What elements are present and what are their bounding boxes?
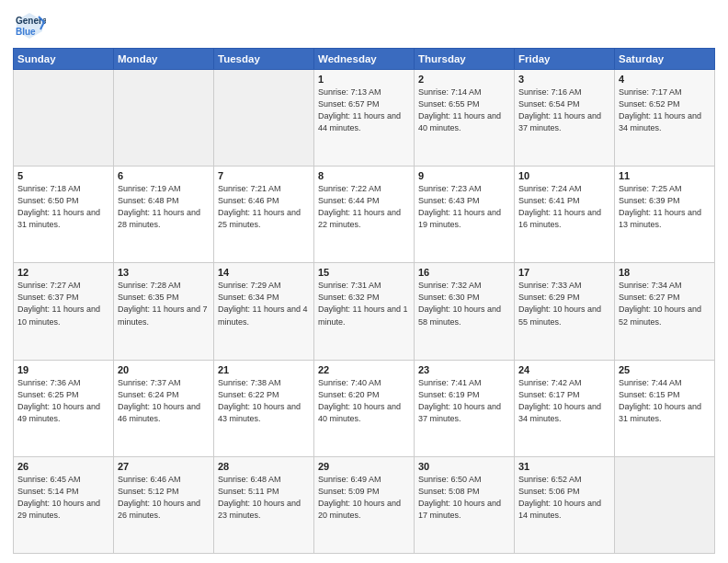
calendar-cell [615,456,715,553]
day-number: 28 [218,461,310,472]
day-number: 10 [518,170,610,181]
calendar-cell: 9Sunrise: 7:23 AMSunset: 6:43 PMDaylight… [415,167,515,263]
day-number: 20 [118,364,210,375]
svg-text:Blue: Blue [16,27,36,37]
week-row-3: 19Sunrise: 7:36 AMSunset: 6:25 PMDayligh… [14,360,715,456]
calendar-cell: 16Sunrise: 7:32 AMSunset: 6:30 PMDayligh… [415,263,515,360]
day-info: Sunrise: 7:34 AMSunset: 6:27 PMDaylight:… [619,281,701,326]
day-number: 15 [318,267,410,278]
calendar-cell: 30Sunrise: 6:50 AMSunset: 5:08 PMDayligh… [415,456,515,553]
calendar-cell: 5Sunrise: 7:18 AMSunset: 6:50 PMDaylight… [14,167,114,263]
day-info: Sunrise: 7:42 AMSunset: 6:17 PMDaylight:… [518,378,601,423]
day-number: 5 [17,170,109,181]
calendar-cell: 7Sunrise: 7:21 AMSunset: 6:46 PMDaylight… [214,167,314,263]
day-info: Sunrise: 7:23 AMSunset: 6:43 PMDaylight:… [418,184,501,229]
calendar-cell [214,70,314,167]
calendar-cell: 13Sunrise: 7:28 AMSunset: 6:35 PMDayligh… [114,263,214,360]
calendar-cell: 28Sunrise: 6:48 AMSunset: 5:11 PMDayligh… [214,456,314,553]
day-number: 7 [218,170,310,181]
day-number: 12 [17,267,109,278]
day-info: Sunrise: 6:48 AMSunset: 5:11 PMDaylight:… [218,475,301,520]
week-row-4: 26Sunrise: 6:45 AMSunset: 5:14 PMDayligh… [14,456,715,553]
day-number: 11 [619,170,711,181]
calendar-cell: 20Sunrise: 7:37 AMSunset: 6:24 PMDayligh… [114,360,214,456]
day-number: 6 [118,170,210,181]
day-number: 21 [218,364,310,375]
day-number: 29 [318,461,410,472]
calendar-cell: 3Sunrise: 7:16 AMSunset: 6:54 PMDaylight… [515,70,615,167]
page: General Blue SundayMondayTuesdayWednesda… [0,0,728,563]
calendar-cell: 4Sunrise: 7:17 AMSunset: 6:52 PMDaylight… [615,70,715,167]
day-info: Sunrise: 7:44 AMSunset: 6:15 PMDaylight:… [619,378,701,423]
day-info: Sunrise: 7:31 AMSunset: 6:32 PMDaylight:… [318,281,408,326]
calendar-cell: 18Sunrise: 7:34 AMSunset: 6:27 PMDayligh… [615,263,715,360]
weekday-header-row: SundayMondayTuesdayWednesdayThursdayFrid… [14,49,715,70]
calendar-cell: 23Sunrise: 7:41 AMSunset: 6:19 PMDayligh… [415,360,515,456]
calendar-cell: 15Sunrise: 7:31 AMSunset: 6:32 PMDayligh… [314,263,415,360]
logo-svg: General Blue [13,9,46,42]
day-number: 31 [518,461,610,472]
day-info: Sunrise: 7:25 AMSunset: 6:39 PMDaylight:… [619,184,701,229]
day-info: Sunrise: 7:38 AMSunset: 6:22 PMDaylight:… [218,378,301,423]
day-number: 13 [118,267,210,278]
week-row-2: 12Sunrise: 7:27 AMSunset: 6:37 PMDayligh… [14,263,715,360]
day-info: Sunrise: 6:52 AMSunset: 5:06 PMDaylight:… [518,475,601,520]
calendar-cell: 19Sunrise: 7:36 AMSunset: 6:25 PMDayligh… [14,360,114,456]
day-info: Sunrise: 7:36 AMSunset: 6:25 PMDaylight:… [17,378,100,423]
calendar-cell: 6Sunrise: 7:19 AMSunset: 6:48 PMDaylight… [114,167,214,263]
weekday-header-thursday: Thursday [415,49,515,70]
day-info: Sunrise: 7:16 AMSunset: 6:54 PMDaylight:… [518,87,601,132]
day-info: Sunrise: 6:46 AMSunset: 5:12 PMDaylight:… [118,475,200,520]
day-number: 25 [619,364,711,375]
day-number: 22 [318,364,410,375]
day-number: 27 [118,461,210,472]
calendar-cell: 24Sunrise: 7:42 AMSunset: 6:17 PMDayligh… [515,360,615,456]
calendar-cell: 25Sunrise: 7:44 AMSunset: 6:15 PMDayligh… [615,360,715,456]
day-number: 8 [318,170,410,181]
day-info: Sunrise: 7:24 AMSunset: 6:41 PMDaylight:… [518,184,601,229]
calendar-cell: 27Sunrise: 6:46 AMSunset: 5:12 PMDayligh… [114,456,214,553]
day-info: Sunrise: 7:21 AMSunset: 6:46 PMDaylight:… [218,184,301,229]
header: General Blue [13,9,715,42]
calendar-table: SundayMondayTuesdayWednesdayThursdayFrid… [13,48,715,554]
day-number: 16 [418,267,510,278]
day-info: Sunrise: 7:41 AMSunset: 6:19 PMDaylight:… [418,378,501,423]
calendar-cell [114,70,214,167]
day-number: 14 [218,267,310,278]
calendar-cell: 12Sunrise: 7:27 AMSunset: 6:37 PMDayligh… [14,263,114,360]
day-number: 18 [619,267,711,278]
day-number: 3 [518,74,610,85]
day-info: Sunrise: 7:17 AMSunset: 6:52 PMDaylight:… [619,87,701,132]
calendar-cell: 22Sunrise: 7:40 AMSunset: 6:20 PMDayligh… [314,360,415,456]
week-row-1: 5Sunrise: 7:18 AMSunset: 6:50 PMDaylight… [14,167,715,263]
calendar-cell: 1Sunrise: 7:13 AMSunset: 6:57 PMDaylight… [314,70,415,167]
day-info: Sunrise: 7:18 AMSunset: 6:50 PMDaylight:… [17,184,100,229]
day-number: 30 [418,461,510,472]
calendar-cell [14,70,114,167]
calendar-cell: 2Sunrise: 7:14 AMSunset: 6:55 PMDaylight… [415,70,515,167]
day-number: 24 [518,364,610,375]
calendar-cell: 31Sunrise: 6:52 AMSunset: 5:06 PMDayligh… [515,456,615,553]
day-number: 1 [318,74,410,85]
day-info: Sunrise: 6:49 AMSunset: 5:09 PMDaylight:… [318,475,401,520]
day-number: 4 [619,74,711,85]
day-info: Sunrise: 7:29 AMSunset: 6:34 PMDaylight:… [218,281,308,326]
weekday-header-saturday: Saturday [615,49,715,70]
day-number: 23 [418,364,510,375]
day-info: Sunrise: 7:32 AMSunset: 6:30 PMDaylight:… [418,281,501,326]
day-number: 17 [518,267,610,278]
day-info: Sunrise: 7:14 AMSunset: 6:55 PMDaylight:… [418,87,501,132]
weekday-header-friday: Friday [515,49,615,70]
calendar-cell: 14Sunrise: 7:29 AMSunset: 6:34 PMDayligh… [214,263,314,360]
day-info: Sunrise: 7:19 AMSunset: 6:48 PMDaylight:… [118,184,200,229]
day-info: Sunrise: 7:40 AMSunset: 6:20 PMDaylight:… [318,378,401,423]
day-info: Sunrise: 7:27 AMSunset: 6:37 PMDaylight:… [17,281,100,326]
day-info: Sunrise: 7:22 AMSunset: 6:44 PMDaylight:… [318,184,401,229]
calendar-cell: 21Sunrise: 7:38 AMSunset: 6:22 PMDayligh… [214,360,314,456]
day-number: 9 [418,170,510,181]
day-info: Sunrise: 7:37 AMSunset: 6:24 PMDaylight:… [118,378,200,423]
calendar-cell: 11Sunrise: 7:25 AMSunset: 6:39 PMDayligh… [615,167,715,263]
weekday-header-sunday: Sunday [14,49,114,70]
calendar-cell: 10Sunrise: 7:24 AMSunset: 6:41 PMDayligh… [515,167,615,263]
day-number: 26 [17,461,109,472]
